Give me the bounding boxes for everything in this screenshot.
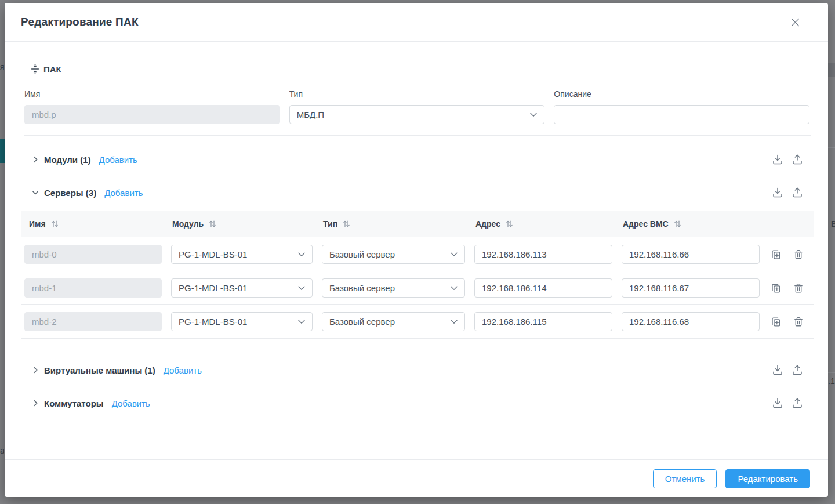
- modules-upload-button[interactable]: [790, 152, 805, 167]
- copy-plus-icon: [770, 282, 782, 294]
- background-text-fragment: а: [0, 445, 4, 455]
- server-module-value: PG-1-MDL-BS-01: [179, 283, 247, 293]
- server-module-select[interactable]: PG-1-MDL-BS-01: [171, 245, 313, 264]
- duplicate-row-button[interactable]: [769, 315, 783, 329]
- column-header-address-label: Адрес: [475, 219, 500, 229]
- duplicate-row-button[interactable]: [769, 281, 783, 295]
- chevron-down-icon: [451, 286, 458, 291]
- server-module-select[interactable]: PG-1-MDL-BS-01: [171, 312, 313, 331]
- upload-icon: [791, 186, 804, 199]
- modules-add-link[interactable]: Добавить: [99, 155, 137, 165]
- delete-row-button[interactable]: [792, 281, 805, 295]
- name-input: [24, 105, 280, 124]
- background-text-fragment: В: [831, 219, 835, 229]
- column-header-module: Модуль: [168, 219, 318, 229]
- server-name-input: [24, 312, 162, 331]
- close-button[interactable]: [789, 16, 802, 29]
- chevron-down-icon: [298, 252, 305, 257]
- column-header-module-label: Модуль: [172, 219, 204, 229]
- server-address-input[interactable]: [474, 245, 612, 264]
- modules-section-row: Модули (1) Добавить: [30, 152, 805, 167]
- vms-upload-button[interactable]: [790, 362, 805, 378]
- background-text-fragment: я: [0, 62, 4, 71]
- upload-icon: [791, 397, 804, 409]
- server-row: PG-1-MDL-BS-01 Базовый сервер: [21, 304, 814, 338]
- server-type-select[interactable]: Базовый сервер: [322, 245, 465, 264]
- download-icon: [771, 397, 784, 409]
- server-module-value: PG-1-MDL-BS-01: [179, 249, 247, 259]
- submit-button[interactable]: Редактировать: [725, 469, 810, 488]
- vms-expand-button[interactable]: [30, 365, 41, 375]
- server-type-value: Базовый сервер: [329, 317, 395, 327]
- name-field-group: Имя: [24, 89, 280, 124]
- server-bmc-input[interactable]: [622, 245, 760, 264]
- background-line-fragment: [828, 372, 835, 373]
- servers-add-link[interactable]: Добавить: [104, 188, 143, 198]
- duplicate-row-button[interactable]: [769, 248, 783, 262]
- vms-section-label: Виртуальные машины (1): [44, 365, 155, 375]
- column-header-name-label: Имя: [29, 219, 46, 229]
- switches-expand-button[interactable]: [30, 398, 41, 408]
- background-row-fragment: [828, 63, 835, 77]
- server-address-input[interactable]: [474, 278, 612, 298]
- modal-header: Редактирование ПАК: [5, 3, 828, 42]
- modules-expand-button[interactable]: [30, 154, 41, 165]
- server-name-input: [24, 245, 162, 264]
- type-select-value: МБД.П: [297, 110, 324, 119]
- description-input[interactable]: [554, 105, 809, 124]
- modal-title: Редактирование ПАК: [21, 16, 139, 28]
- servers-collapse-button[interactable]: [30, 187, 41, 198]
- delete-row-button[interactable]: [792, 315, 805, 329]
- align-center-icon: [30, 64, 40, 74]
- column-header-address: Адрес: [471, 219, 618, 229]
- copy-plus-icon: [770, 316, 782, 328]
- cancel-button[interactable]: Отменить: [653, 469, 717, 488]
- description-field-group: Описание: [554, 89, 809, 124]
- modules-section-label: Модули (1): [44, 155, 91, 165]
- servers-section-label: Серверы (3): [44, 188, 96, 198]
- background-text-fragment: .18: [828, 376, 835, 386]
- servers-section-row: Серверы (3) Добавить: [30, 185, 805, 200]
- chevron-down-icon: [451, 252, 458, 257]
- sort-module-button[interactable]: [209, 220, 216, 228]
- sort-icon: [506, 220, 513, 228]
- server-row: PG-1-MDL-BS-01 Базовый сервер: [21, 237, 814, 271]
- vms-section-row: Виртуальные машины (1) Добавить: [30, 362, 805, 378]
- sort-icon: [209, 220, 216, 228]
- switches-download-button[interactable]: [770, 396, 785, 411]
- servers-download-button[interactable]: [770, 185, 785, 200]
- type-select[interactable]: МБД.П: [289, 105, 545, 124]
- sort-name-button[interactable]: [51, 220, 59, 228]
- column-header-bmc: Адрес BMC: [618, 219, 765, 229]
- column-header-name: Имя: [21, 219, 168, 229]
- server-module-value: PG-1-MDL-BS-01: [179, 317, 247, 327]
- server-bmc-input[interactable]: [622, 312, 760, 331]
- sort-bmc-button[interactable]: [674, 220, 681, 228]
- modules-download-button[interactable]: [770, 152, 785, 167]
- sort-address-button[interactable]: [506, 220, 513, 228]
- chevron-down-icon: [31, 188, 39, 197]
- column-header-type-label: Тип: [323, 219, 337, 229]
- server-type-select[interactable]: Базовый сервер: [322, 278, 465, 298]
- server-bmc-input[interactable]: [622, 278, 760, 298]
- servers-upload-button[interactable]: [790, 185, 805, 200]
- copy-plus-icon: [770, 249, 782, 260]
- server-row: PG-1-MDL-BS-01 Базовый сервер: [21, 271, 814, 304]
- description-label: Описание: [554, 89, 809, 99]
- column-header-type: Тип: [318, 219, 471, 229]
- sort-type-button[interactable]: [343, 220, 350, 228]
- trash-icon: [793, 249, 804, 260]
- switches-upload-button[interactable]: [790, 396, 805, 411]
- vms-download-button[interactable]: [770, 362, 785, 378]
- chevron-down-icon: [530, 113, 537, 117]
- switches-add-link[interactable]: Добавить: [112, 398, 150, 408]
- column-header-bmc-label: Адрес BMC: [623, 219, 669, 229]
- server-type-select[interactable]: Базовый сервер: [322, 312, 465, 331]
- server-module-select[interactable]: PG-1-MDL-BS-01: [171, 278, 313, 298]
- pak-fields: Имя Тип МБД.П Описание: [24, 89, 809, 124]
- pak-section-title: ПАК: [43, 64, 61, 74]
- background-line-fragment: [828, 147, 835, 148]
- delete-row-button[interactable]: [792, 248, 805, 262]
- server-address-input[interactable]: [474, 312, 612, 331]
- vms-add-link[interactable]: Добавить: [164, 365, 202, 375]
